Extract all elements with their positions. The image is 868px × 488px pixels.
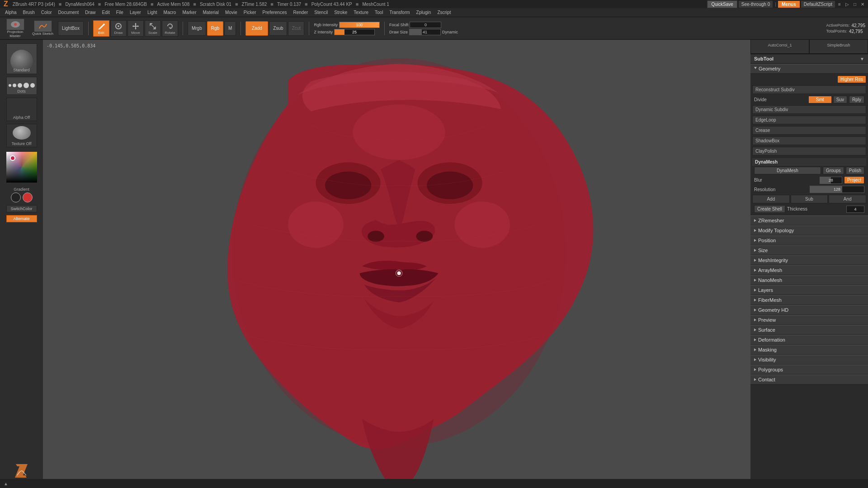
nanomesh-header[interactable]: NanoMesh — [750, 275, 868, 285]
quick-sketch-button[interactable]: Quick Sketch — [30, 20, 55, 36]
mrgb-button[interactable]: Mrgb — [188, 21, 206, 36]
color-dot-red[interactable] — [23, 192, 33, 202]
canvas-area[interactable]: -0.145,0.505,0.834 — [43, 40, 750, 479]
reconstruct-subdiv-button[interactable]: Reconstruct Subdiv — [752, 85, 866, 94]
add-button[interactable]: Add — [752, 195, 790, 203]
menu-texture[interactable]: Texture — [351, 9, 371, 15]
menus-button[interactable]: Menus — [778, 1, 800, 8]
and-button[interactable]: And — [829, 195, 866, 203]
menu-document[interactable]: Document — [56, 9, 81, 15]
draw-button[interactable]: Draw — [110, 20, 127, 37]
thickness-field[interactable]: 4 — [846, 206, 864, 213]
projection-master-button[interactable]: Projection Master — [3, 19, 28, 38]
menu-marker[interactable]: Marker — [180, 9, 198, 15]
blur-slider[interactable]: 28 — [820, 177, 842, 184]
claypolish-button[interactable]: ClayPolish — [752, 147, 866, 155]
focal-shift-slider[interactable]: 0 — [410, 22, 441, 28]
resolution-slider[interactable]: 128 — [810, 186, 864, 193]
menu-layer[interactable]: Layer — [127, 9, 143, 15]
menu-color[interactable]: Color — [39, 9, 54, 15]
smt-field[interactable] — [809, 96, 831, 103]
surface-header[interactable]: Surface — [750, 325, 868, 335]
masking-header[interactable]: Masking — [750, 345, 868, 355]
texture-thumbnail[interactable]: Texture Off — [6, 124, 37, 147]
subtool-header[interactable]: SubTool ▼ — [750, 54, 868, 64]
visibility-header[interactable]: Visibility — [750, 355, 868, 365]
scale-button[interactable]: Scale — [145, 20, 161, 37]
create-shell-button[interactable]: Create Shell — [754, 205, 785, 213]
zremesher-header[interactable]: ZRemesher — [750, 216, 868, 225]
move-button[interactable]: Move — [127, 20, 144, 37]
deformation-header[interactable]: Deformation — [750, 335, 868, 345]
polygroups-header[interactable]: Polygroups — [750, 365, 868, 375]
color-dot-black[interactable] — [11, 192, 21, 202]
menu-zplugin[interactable]: Zplugin — [414, 9, 434, 15]
rgb-button[interactable]: Rgb — [207, 21, 223, 36]
add-sub-and-row: Add Sub And — [752, 195, 866, 203]
menu-file[interactable]: File — [114, 9, 126, 15]
menu-transform[interactable]: Transform — [387, 9, 412, 15]
modify-topology-header[interactable]: Modify Topology — [750, 225, 868, 235]
project-button[interactable]: Project — [844, 176, 864, 184]
menu-stencil[interactable]: Stencil — [312, 9, 330, 15]
shadowbox-button[interactable]: ShadowBox — [752, 136, 866, 145]
crease-button[interactable]: Crease — [752, 126, 866, 135]
brush-thumbnail[interactable]: Standard — [6, 43, 37, 74]
zcut-button[interactable]: Zcut — [288, 21, 304, 36]
draw-size-slider[interactable]: 41 — [409, 29, 441, 35]
meshintegrity-header[interactable]: MeshIntegrity — [750, 255, 868, 265]
alpha-thumbnail[interactable]: Alpha Off — [6, 98, 37, 121]
zsub-button[interactable]: Zsub — [269, 21, 287, 36]
dynamesh-subheader[interactable]: DynaMesh — [752, 158, 866, 166]
menu-stroke[interactable]: Stroke — [332, 9, 349, 15]
dynamesh-button[interactable]: DynaMesh — [754, 167, 821, 174]
dynamic-subdiv-button[interactable]: Dynamic Subdiv — [752, 105, 866, 114]
higher-res-button[interactable]: Higher Res — [837, 75, 866, 83]
menu-brush[interactable]: Brush — [21, 9, 37, 15]
color-picker[interactable] — [6, 152, 37, 183]
menu-material[interactable]: Material — [201, 9, 222, 15]
groups-button[interactable]: Groups — [823, 167, 844, 174]
sub-button[interactable]: Sub — [791, 195, 828, 203]
menu-tool[interactable]: Tool — [373, 9, 385, 15]
geometry-section-header[interactable]: Geometry — [750, 64, 868, 74]
menu-preferences[interactable]: Preferences — [260, 9, 289, 15]
rotate-button[interactable]: Rotate — [162, 20, 178, 37]
dots-brush-thumbnail[interactable]: Dots — [6, 77, 37, 95]
alternate-button[interactable]: Alternate — [6, 215, 37, 222]
menu-movie[interactable]: Movie — [223, 9, 240, 15]
edit-button[interactable]: Edit — [93, 20, 109, 37]
menu-picker[interactable]: Picker — [241, 9, 259, 15]
zadd-button[interactable]: Zadd — [245, 21, 268, 36]
position-header[interactable]: Position — [750, 235, 868, 245]
size-header[interactable]: Size — [750, 245, 868, 255]
quicksave-button[interactable]: QuickSave — [707, 0, 737, 8]
menu-edit[interactable]: Edit — [100, 9, 112, 15]
menu-render[interactable]: Render — [291, 9, 311, 15]
fibermesh-header[interactable]: FiberMesh — [750, 295, 868, 305]
preview-header[interactable]: Preview — [750, 315, 868, 325]
menu-zscript[interactable]: Zscript — [435, 9, 453, 15]
menu-draw[interactable]: Draw — [83, 9, 98, 15]
menu-light[interactable]: Light — [145, 9, 160, 15]
default-zscript-button[interactable]: DefaultZScript — [801, 0, 835, 8]
m-button[interactable]: M — [224, 21, 236, 36]
seethrough-button[interactable]: See-through 0 — [738, 0, 773, 8]
rply-button[interactable]: Rply — [849, 96, 864, 103]
edgeloop-button[interactable]: EdgeLoop — [752, 116, 866, 124]
contact-header[interactable]: Contact — [750, 375, 868, 385]
switchcolor-button[interactable]: SwitchColor — [6, 205, 37, 212]
menu-macro[interactable]: Macro — [161, 9, 179, 15]
arraymesh-header[interactable]: ArrayMesh — [750, 265, 868, 275]
geometry-hd-header[interactable]: Geometry HD — [750, 305, 868, 315]
layers-header[interactable]: Layers — [750, 285, 868, 295]
divide-row: Divide Suv Rply — [752, 95, 866, 104]
z-intensity-slider[interactable]: 25 — [334, 29, 375, 35]
lightbox-button[interactable]: LightBox — [58, 21, 84, 36]
suv-button[interactable]: Suv — [833, 96, 847, 103]
scratch-disk: Scratch Disk 01 — [198, 1, 233, 7]
polish-button[interactable]: Polish — [846, 167, 864, 174]
menu-alpha[interactable]: Alpha — [3, 9, 19, 15]
rgb-intensity-slider[interactable]: 100 — [339, 22, 380, 28]
dynaMesh-label: DynaMesh064 — [63, 1, 96, 7]
